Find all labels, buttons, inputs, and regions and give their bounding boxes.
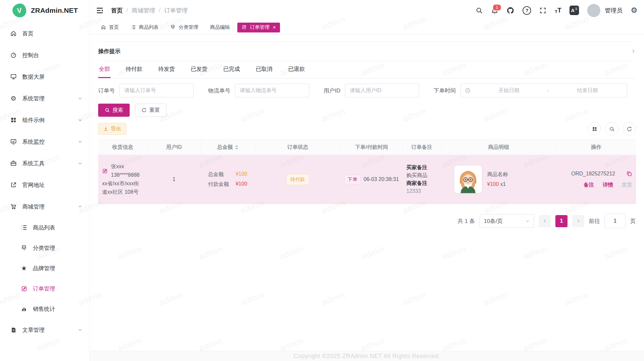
list-icon bbox=[131, 25, 136, 30]
breadcrumb-shop[interactable]: 商城管理 bbox=[132, 7, 155, 14]
current-page-button[interactable]: 1 bbox=[555, 215, 568, 227]
username[interactable]: 管理员 bbox=[605, 7, 622, 14]
tab-label: 订单管理 bbox=[250, 24, 269, 30]
sidebar-item-product-list[interactable]: 商品列表 bbox=[0, 217, 90, 238]
user-id-cell: 1 bbox=[147, 155, 201, 204]
receiver-cell: 张xxx 138****8888 xx省/xx市/xxx街道xx社区 108号 bbox=[98, 155, 147, 204]
status-tab-completed[interactable]: 已完成 bbox=[223, 61, 241, 78]
clock-icon bbox=[465, 88, 471, 93]
star-icon: ★ bbox=[20, 265, 28, 272]
paid-amount-label: 付款金额 bbox=[208, 181, 229, 188]
total-amount-label: 总金额 bbox=[208, 171, 229, 178]
export-button[interactable]: 导出 bbox=[98, 123, 126, 135]
product-image[interactable] bbox=[454, 166, 482, 193]
detail-action-link[interactable]: 详情 bbox=[603, 179, 613, 191]
sidebar: V ZRAdmin.NET 首页 控制台 数据大屏 ⚙ 系统管 bbox=[0, 0, 90, 361]
prev-page-button[interactable] bbox=[539, 215, 551, 227]
status-tab-refunded[interactable]: 已退款 bbox=[288, 61, 306, 78]
col-order-remark: 订单备注 bbox=[402, 140, 441, 155]
reset-button[interactable]: 重置 bbox=[135, 104, 166, 117]
tags-view-bar: 首页 商品列表 分类管理 商品编辑 订单管理 × bbox=[90, 21, 644, 34]
date-start-placeholder[interactable]: 开始日期 bbox=[473, 87, 545, 94]
paid-amount-value: ¥100 bbox=[236, 181, 247, 188]
copy-icon[interactable] bbox=[626, 171, 632, 177]
status-tab-unpaid[interactable]: 待付款 bbox=[125, 61, 143, 78]
breadcrumb-separator: / bbox=[159, 7, 161, 14]
product-cell: 商品名称 ¥100 x1 bbox=[441, 155, 556, 204]
tab-product-list[interactable]: 商品列表 bbox=[126, 23, 163, 32]
shipping-no-input[interactable] bbox=[235, 84, 309, 97]
font-size-icon[interactable]: TT bbox=[555, 7, 561, 14]
next-page-button[interactable] bbox=[572, 215, 584, 227]
date-range-picker[interactable]: 开始日期 - 结束日期 bbox=[461, 84, 627, 97]
sidebar-item-orders[interactable]: 订单管理 bbox=[0, 278, 90, 299]
status-tab-all[interactable]: 全部 bbox=[98, 61, 111, 78]
sort-carets-icon[interactable] bbox=[235, 145, 238, 150]
brand-logo[interactable]: V ZRAdmin.NET bbox=[0, 0, 90, 21]
sidebar-item-components[interactable]: 组件示例 bbox=[0, 109, 90, 131]
avatar[interactable] bbox=[587, 4, 600, 17]
sidebar-item-console[interactable]: 控制台 bbox=[0, 44, 90, 66]
tab-product-edit[interactable]: 商品编辑 bbox=[206, 23, 234, 32]
sidebar-item-articles[interactable]: 文章管理 bbox=[0, 319, 90, 341]
status-tab-shipped[interactable]: 已发货 bbox=[190, 61, 208, 78]
order-no-input[interactable] bbox=[119, 84, 194, 97]
status-tab-cancelled[interactable]: 已取消 bbox=[255, 61, 273, 78]
help-icon[interactable]: ? bbox=[523, 6, 531, 15]
breadcrumb: 首页 / 商城管理 / 订单管理 bbox=[111, 7, 188, 14]
sidebar-item-datascreen[interactable]: 数据大屏 bbox=[0, 66, 90, 88]
col-total-amount[interactable]: 总金额 bbox=[201, 140, 255, 155]
tab-label: 分类管理 bbox=[179, 24, 198, 30]
dashboard-icon bbox=[10, 51, 17, 59]
breadcrumb-home[interactable]: 首页 bbox=[111, 7, 123, 14]
chevron-right-icon[interactable] bbox=[631, 49, 636, 54]
collapse-sidebar-icon[interactable] bbox=[96, 7, 104, 14]
chevron-down-icon bbox=[78, 328, 82, 332]
sidebar-item-category[interactable]: 分类管理 bbox=[0, 238, 90, 258]
tab-orders[interactable]: 订单管理 × bbox=[237, 23, 280, 32]
page-size-select[interactable]: 10条/页 bbox=[480, 214, 534, 228]
product-qty: x1 bbox=[500, 181, 506, 187]
fullscreen-icon[interactable] bbox=[539, 7, 547, 14]
sidebar-item-label: 系统监控 bbox=[22, 138, 73, 146]
date-end-placeholder[interactable]: 结束日期 bbox=[552, 87, 623, 94]
sidebar-item-label: 数据大屏 bbox=[22, 73, 82, 81]
pagination-total: 共 1 条 bbox=[458, 217, 475, 225]
columns-grid-icon[interactable] bbox=[588, 122, 601, 135]
sidebar-item-system[interactable]: ⚙ 系统管理 bbox=[0, 88, 90, 109]
notification-bell-icon[interactable]: 1 bbox=[491, 7, 498, 14]
search-button[interactable]: 搜索 bbox=[98, 104, 130, 117]
sidebar-item-home[interactable]: 首页 bbox=[0, 23, 90, 44]
close-icon[interactable]: × bbox=[273, 25, 276, 30]
chevron-down-icon bbox=[525, 219, 530, 223]
edit-receiver-icon[interactable] bbox=[102, 168, 108, 174]
search-icon[interactable] bbox=[476, 7, 483, 14]
language-icon[interactable]: A文 bbox=[569, 6, 579, 15]
sidebar-item-website[interactable]: 官网地址 bbox=[0, 174, 90, 196]
sidebar-item-shop[interactable]: 商城管理 bbox=[0, 196, 90, 217]
status-tab-to-ship[interactable]: 待发货 bbox=[158, 61, 176, 78]
sidebar-item-label: 品牌管理 bbox=[33, 265, 82, 272]
grid-icon bbox=[10, 116, 17, 124]
chevron-down-icon bbox=[78, 139, 82, 144]
tab-label: 商品编辑 bbox=[210, 24, 230, 30]
refresh-table-icon[interactable] bbox=[623, 122, 636, 135]
col-order-time: 下单/付款时间 bbox=[341, 140, 402, 155]
sidebar-item-monitor[interactable]: 系统监控 bbox=[0, 131, 90, 152]
goto-page-input[interactable] bbox=[605, 214, 626, 228]
search-toggle-icon[interactable] bbox=[605, 122, 618, 135]
sidebar-item-label: 销售统计 bbox=[33, 305, 82, 313]
tab-home[interactable]: 首页 bbox=[97, 23, 123, 32]
settings-gear-icon[interactable]: ⚙ bbox=[631, 7, 637, 14]
time-cell: 下单 06-03 20:38:31 bbox=[341, 155, 402, 204]
sidebar-item-tools[interactable]: 系统工具 bbox=[0, 152, 90, 174]
tab-category[interactable]: 分类管理 bbox=[166, 23, 203, 32]
note-action-link[interactable]: 备注 bbox=[584, 179, 594, 191]
user-id-input[interactable] bbox=[345, 84, 419, 97]
operation-tip-panel[interactable]: 操作提示 bbox=[98, 41, 636, 61]
sidebar-item-brand[interactable]: ★ 品牌管理 bbox=[0, 258, 90, 278]
sidebar-item-label: 分类管理 bbox=[33, 244, 82, 252]
github-icon[interactable] bbox=[506, 7, 514, 14]
ship-action-link[interactable]: 发货 bbox=[622, 179, 632, 191]
sidebar-item-sales-stats[interactable]: 销售统计 bbox=[0, 299, 90, 319]
